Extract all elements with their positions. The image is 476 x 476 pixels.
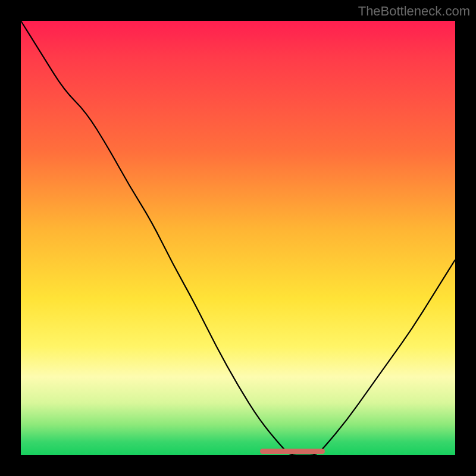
plot-area [21,21,455,455]
trough-band [260,449,325,454]
chart-frame: TheBottleneck.com [0,0,476,476]
bottleneck-curve-path [21,21,455,455]
watermark-text: TheBottleneck.com [358,4,470,19]
curve-svg [21,21,455,455]
